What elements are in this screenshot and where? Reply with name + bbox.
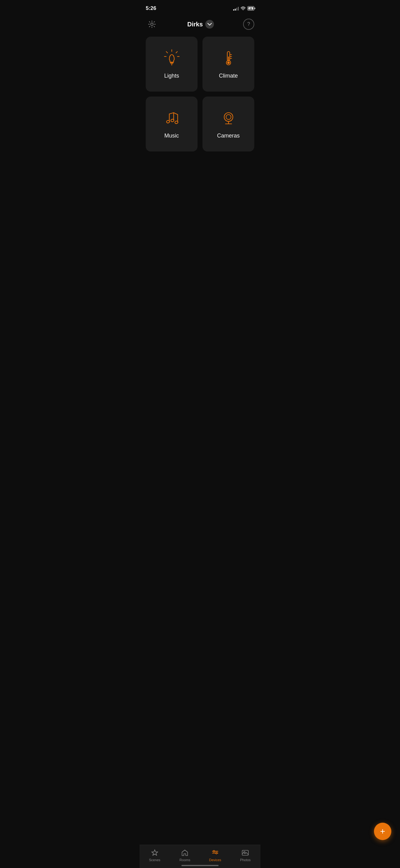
music-label: Music bbox=[164, 132, 179, 139]
status-bar: 5:26 22 bbox=[139, 0, 261, 15]
category-grid: Lights Climate bbox=[139, 37, 261, 152]
gear-icon bbox=[147, 20, 156, 29]
status-time: 5:26 bbox=[146, 5, 156, 11]
camera-icon bbox=[219, 109, 238, 128]
svg-line-24 bbox=[174, 113, 178, 115]
home-name: Dirks bbox=[187, 21, 203, 28]
svg-point-22 bbox=[174, 121, 178, 124]
dropdown-button[interactable] bbox=[205, 20, 214, 29]
lightbulb-icon bbox=[163, 49, 181, 68]
lights-label: Lights bbox=[164, 73, 179, 79]
svg-line-4 bbox=[176, 52, 177, 53]
chevron-down-icon bbox=[207, 23, 212, 26]
svg-point-25 bbox=[224, 113, 233, 121]
svg-point-0 bbox=[243, 10, 243, 10]
music-icon bbox=[163, 109, 181, 128]
help-button[interactable]: ? bbox=[243, 19, 254, 30]
signal-icon bbox=[233, 6, 239, 10]
home-selector[interactable]: Dirks bbox=[187, 20, 214, 29]
svg-point-26 bbox=[226, 115, 231, 120]
svg-rect-11 bbox=[228, 57, 229, 61]
cameras-label: Cameras bbox=[217, 132, 240, 139]
music-card[interactable]: Music bbox=[146, 97, 198, 152]
svg-point-20 bbox=[171, 119, 174, 122]
battery-level: 22 bbox=[249, 7, 253, 10]
status-icons: 22 bbox=[233, 6, 254, 10]
svg-point-18 bbox=[166, 120, 170, 123]
settings-button[interactable] bbox=[146, 18, 158, 30]
climate-card[interactable]: Climate bbox=[202, 37, 254, 92]
svg-point-1 bbox=[151, 23, 153, 26]
lights-card[interactable]: Lights bbox=[146, 37, 198, 92]
header: Dirks ? bbox=[139, 15, 261, 37]
thermometer-icon bbox=[219, 49, 238, 68]
cameras-card[interactable]: Cameras bbox=[202, 97, 254, 152]
battery-icon: 22 bbox=[247, 6, 254, 10]
climate-label: Climate bbox=[219, 73, 238, 79]
svg-line-3 bbox=[166, 52, 168, 53]
svg-line-23 bbox=[169, 113, 174, 114]
svg-point-13 bbox=[227, 61, 230, 64]
wifi-icon bbox=[241, 6, 245, 10]
